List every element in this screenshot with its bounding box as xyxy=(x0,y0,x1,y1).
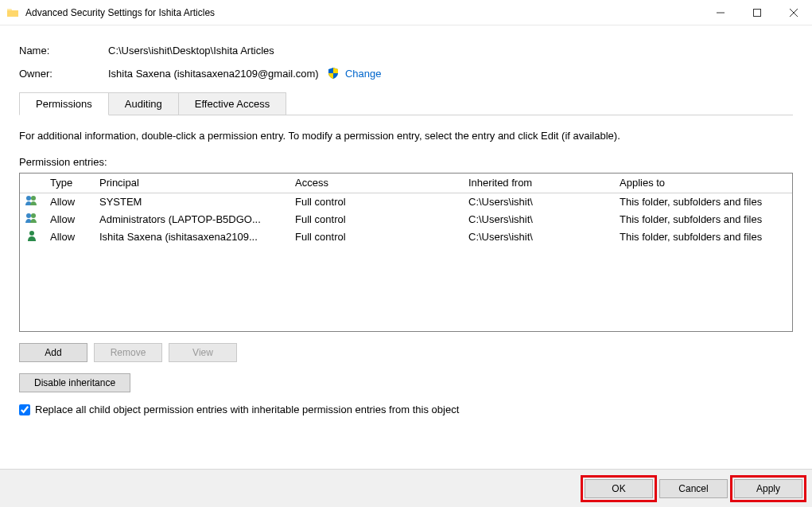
add-button[interactable]: Add xyxy=(19,343,87,362)
col-icon[interactable] xyxy=(20,174,44,193)
content-area: Name: C:\Users\ishit\Desktop\Ishita Arti… xyxy=(0,25,812,425)
svg-point-7 xyxy=(31,213,36,218)
col-principal[interactable]: Principal xyxy=(93,174,289,193)
tab-effective-access[interactable]: Effective Access xyxy=(178,92,286,115)
col-access[interactable]: Access xyxy=(289,174,462,193)
change-owner-link[interactable]: Change xyxy=(345,68,382,80)
svg-point-8 xyxy=(29,231,34,236)
owner-value: Ishita Saxena (ishitasaxena2109@gmail.co… xyxy=(108,68,381,81)
principal-icon xyxy=(20,228,44,245)
svg-rect-1 xyxy=(754,9,761,16)
dialog-footer: OK Cancel Apply xyxy=(0,469,812,507)
replace-children-checkbox[interactable] xyxy=(19,404,30,415)
titlebar: Advanced Security Settings for Ishita Ar… xyxy=(0,0,812,25)
cell-inherited: C:\Users\ishit\ xyxy=(462,228,613,245)
cell-principal: SYSTEM xyxy=(93,193,289,210)
window-controls xyxy=(702,0,812,25)
instruction-text: For additional information, double-click… xyxy=(19,130,793,142)
cell-principal: Administrators (LAPTOP-B5DGO... xyxy=(93,210,289,228)
owner-row: Owner: Ishita Saxena (ishitasaxena2109@g… xyxy=(19,68,793,81)
svg-point-4 xyxy=(26,196,31,201)
remove-button: Remove xyxy=(94,343,162,362)
table-row[interactable]: AllowSYSTEMFull controlC:\Users\ishit\Th… xyxy=(20,193,792,210)
tabs: Permissions Auditing Effective Access xyxy=(19,92,793,115)
shield-icon xyxy=(328,68,339,81)
cell-type: Allow xyxy=(44,193,93,210)
name-label: Name: xyxy=(19,45,108,57)
cell-applies: This folder, subfolders and files xyxy=(613,193,792,210)
cell-type: Allow xyxy=(44,210,93,228)
cell-applies: This folder, subfolders and files xyxy=(613,228,792,245)
owner-label: Owner: xyxy=(19,68,108,81)
tab-auditing[interactable]: Auditing xyxy=(108,92,179,115)
entry-buttons: Add Remove View xyxy=(19,343,793,362)
svg-point-6 xyxy=(26,213,31,218)
replace-children-label: Replace all child object permission entr… xyxy=(35,404,459,415)
cell-type: Allow xyxy=(44,228,93,245)
col-inherited[interactable]: Inherited from xyxy=(462,174,613,193)
maximize-button[interactable] xyxy=(739,0,775,25)
table-row[interactable]: AllowAdministrators (LAPTOP-B5DGO...Full… xyxy=(20,210,792,228)
replace-children-checkbox-row[interactable]: Replace all child object permission entr… xyxy=(19,404,793,415)
view-button: View xyxy=(169,343,237,362)
col-applies[interactable]: Applies to xyxy=(613,174,792,193)
cell-applies: This folder, subfolders and files xyxy=(613,210,792,228)
permission-table[interactable]: Type Principal Access Inherited from App… xyxy=(19,173,793,332)
name-row: Name: C:\Users\ishit\Desktop\Ishita Arti… xyxy=(19,45,793,57)
cell-inherited: C:\Users\ishit\ xyxy=(462,210,613,228)
principal-icon xyxy=(20,193,44,210)
cancel-button[interactable]: Cancel xyxy=(659,479,728,498)
principal-icon xyxy=(20,210,44,228)
tab-permissions[interactable]: Permissions xyxy=(19,92,109,115)
cell-inherited: C:\Users\ishit\ xyxy=(462,193,613,210)
name-value: C:\Users\ishit\Desktop\Ishita Articles xyxy=(108,45,274,57)
folder-icon xyxy=(6,6,19,19)
svg-point-5 xyxy=(31,196,36,201)
apply-button[interactable]: Apply xyxy=(734,479,802,498)
table-row[interactable]: AllowIshita Saxena (ishitasaxena2109...F… xyxy=(20,228,792,245)
ok-button[interactable]: OK xyxy=(585,479,653,498)
inheritance-buttons: Disable inheritance xyxy=(19,373,793,392)
owner-text: Ishita Saxena (ishitasaxena2109@gmail.co… xyxy=(108,68,319,80)
cell-access: Full control xyxy=(289,228,462,245)
close-button[interactable] xyxy=(775,0,812,25)
disable-inheritance-button[interactable]: Disable inheritance xyxy=(19,373,130,392)
cell-access: Full control xyxy=(289,193,462,210)
window-title: Advanced Security Settings for Ishita Ar… xyxy=(25,7,702,18)
entries-label: Permission entries: xyxy=(19,156,793,168)
cell-access: Full control xyxy=(289,210,462,228)
cell-principal: Ishita Saxena (ishitasaxena2109... xyxy=(93,228,289,245)
minimize-button[interactable] xyxy=(702,0,739,25)
col-type[interactable]: Type xyxy=(44,174,93,193)
